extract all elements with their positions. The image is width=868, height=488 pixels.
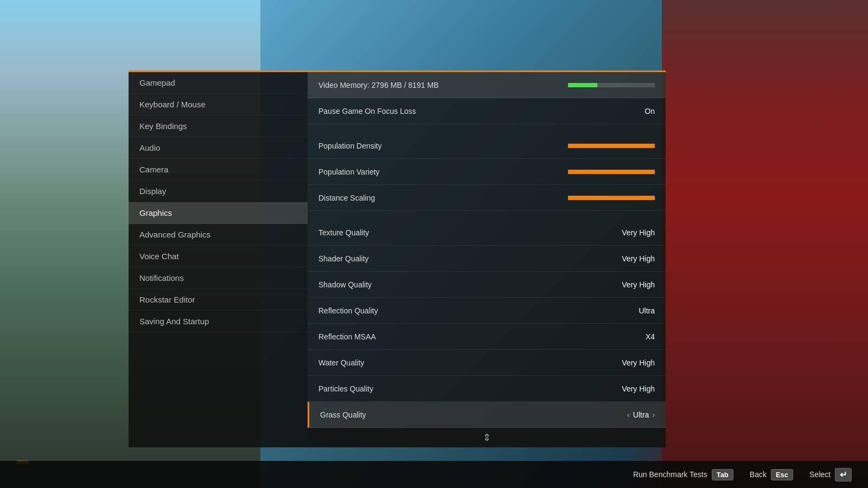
nav-item-notifications[interactable]: Notifications xyxy=(129,267,308,289)
setting-label-texture-quality: Texture Quality xyxy=(318,228,369,237)
setting-row-reflection-quality[interactable]: Reflection QualityUltra xyxy=(308,298,666,324)
key-badge-back: Esc xyxy=(771,469,793,480)
setting-row-texture-quality[interactable]: Texture QualityVery High xyxy=(308,220,666,246)
setting-value-reflection-msaa: X4 xyxy=(646,332,655,341)
arrow-nav-value-grass-quality: Ultra xyxy=(633,410,649,419)
nav-item-graphics[interactable]: Graphics xyxy=(129,202,308,224)
nav-item-advanced-graphics[interactable]: Advanced Graphics xyxy=(129,224,308,246)
bottom-action-benchmark[interactable]: Run Benchmark TestsTab xyxy=(633,469,733,480)
bar-container-population-variety xyxy=(568,170,655,174)
setting-row-shadow-quality[interactable]: Shadow QualityVery High xyxy=(308,272,666,298)
setting-value-particles-quality: Very High xyxy=(622,384,655,393)
bar-fill-video-memory xyxy=(568,83,597,87)
setting-value-shader-quality: Very High xyxy=(622,254,655,263)
nav-item-keyboard-mouse[interactable]: Keyboard / Mouse xyxy=(129,94,308,115)
empty-row-empty1 xyxy=(308,124,666,133)
nav-menu: GamepadKeyboard / MouseKey BindingsAudio… xyxy=(129,72,308,447)
bottom-action-label-select: Select xyxy=(809,470,831,479)
nav-item-display[interactable]: Display xyxy=(129,181,308,202)
bottom-bar: Run Benchmark TestsTabBackEscSelect↵ xyxy=(0,461,868,488)
empty-row-empty2 xyxy=(308,211,666,220)
bar-fill-population-variety xyxy=(568,170,655,174)
nav-item-key-bindings[interactable]: Key Bindings xyxy=(129,115,308,137)
setting-row-distance-scaling[interactable]: Distance Scaling xyxy=(308,185,666,211)
bar-fill-distance-scaling xyxy=(568,196,655,200)
nav-item-rockstar-editor[interactable]: Rockstar Editor xyxy=(129,289,308,311)
setting-label-population-density: Population Density xyxy=(318,142,382,150)
setting-label-particles-quality: Particles Quality xyxy=(318,384,373,393)
bottom-action-label-back: Back xyxy=(750,470,767,479)
left-arrow-icon[interactable]: ‹ xyxy=(627,410,630,419)
setting-row-particles-quality[interactable]: Particles QualityVery High xyxy=(308,376,666,402)
setting-label-video-memory: Video Memory: 2796 MB / 8191 MB xyxy=(318,81,439,89)
setting-label-population-variety: Population Variety xyxy=(318,168,380,176)
setting-row-reflection-msaa[interactable]: Reflection MSAAX4 xyxy=(308,324,666,350)
bar-fill-population-density xyxy=(568,144,655,148)
setting-row-water-quality[interactable]: Water QualityVery High xyxy=(308,350,666,376)
nav-item-saving-startup[interactable]: Saving And Startup xyxy=(129,311,308,332)
setting-value-pause-game: On xyxy=(644,107,655,115)
setting-label-water-quality: Water Quality xyxy=(318,358,364,367)
scroll-indicator: ⇕ xyxy=(308,428,666,447)
setting-value-reflection-quality: Ultra xyxy=(639,306,655,315)
setting-row-video-memory[interactable]: Video Memory: 2796 MB / 8191 MB xyxy=(308,72,666,98)
bar-container-population-density xyxy=(568,144,655,148)
setting-row-population-variety[interactable]: Population Variety xyxy=(308,159,666,185)
setting-row-grass-quality[interactable]: Grass Quality‹ Ultra › xyxy=(308,402,666,428)
bottom-action-label-benchmark: Run Benchmark Tests xyxy=(633,470,707,479)
key-badge-benchmark: Tab xyxy=(712,469,733,480)
bottom-action-back[interactable]: BackEsc xyxy=(750,469,793,480)
setting-row-shader-quality[interactable]: Shader QualityVery High xyxy=(308,246,666,272)
setting-label-shader-quality: Shader Quality xyxy=(318,254,369,263)
bar-container-distance-scaling xyxy=(568,196,655,200)
nav-item-gamepad[interactable]: Gamepad xyxy=(129,72,308,94)
setting-label-pause-game: Pause Game On Focus Loss xyxy=(318,107,416,115)
bg-right xyxy=(662,0,868,488)
right-arrow-icon[interactable]: › xyxy=(652,410,655,419)
nav-item-audio[interactable]: Audio xyxy=(129,137,308,159)
setting-value-texture-quality: Very High xyxy=(622,228,655,237)
settings-content: GamepadKeyboard / MouseKey BindingsAudio… xyxy=(129,72,666,447)
bar-container-video-memory xyxy=(568,83,655,87)
nav-item-voice-chat[interactable]: Voice Chat xyxy=(129,246,308,267)
setting-value-shadow-quality: Very High xyxy=(622,280,655,289)
setting-row-pause-game[interactable]: Pause Game On Focus LossOn xyxy=(308,98,666,124)
setting-label-grass-quality: Grass Quality xyxy=(320,410,366,419)
setting-value-water-quality: Very High xyxy=(622,358,655,367)
settings-panel: GamepadKeyboard / MouseKey BindingsAudio… xyxy=(129,70,666,385)
arrow-nav-grass-quality[interactable]: ‹ Ultra › xyxy=(627,410,655,419)
nav-item-camera[interactable]: Camera xyxy=(129,159,308,181)
setting-row-population-density[interactable]: Population Density xyxy=(308,133,666,159)
key-badge-select: ↵ xyxy=(835,468,852,481)
setting-label-reflection-quality: Reflection Quality xyxy=(318,306,378,315)
settings-right: Video Memory: 2796 MB / 8191 MBPause Gam… xyxy=(308,72,666,447)
setting-label-distance-scaling: Distance Scaling xyxy=(318,194,375,202)
bottom-action-select[interactable]: Select↵ xyxy=(809,468,852,481)
setting-label-shadow-quality: Shadow Quality xyxy=(318,280,372,289)
setting-label-reflection-msaa: Reflection MSAA xyxy=(318,332,376,341)
